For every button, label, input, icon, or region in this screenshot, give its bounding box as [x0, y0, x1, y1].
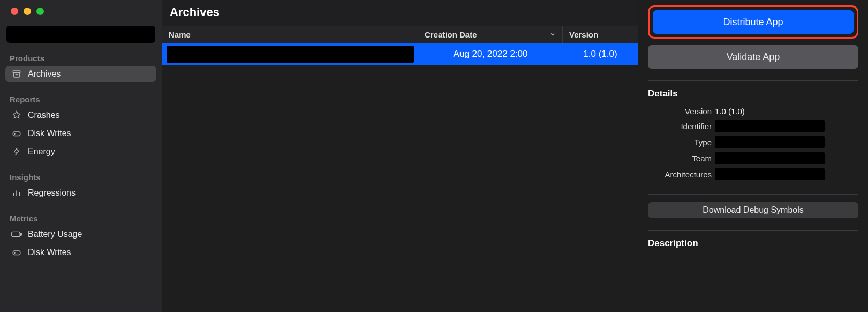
svg-rect-9: [12, 232, 20, 236]
svg-rect-10: [20, 233, 21, 236]
minimize-window-button[interactable]: [24, 8, 31, 15]
sidebar-item-label: Disk Writes: [28, 248, 71, 257]
sidebar-item-label: Battery Usage: [28, 229, 82, 239]
cell-name: [162, 43, 418, 65]
detail-team: Team: [648, 152, 858, 164]
sidebar-section-insights: Insights: [0, 169, 162, 184]
crash-icon: [11, 110, 22, 120]
sidebar-item-regressions[interactable]: Regressions: [5, 185, 156, 201]
detail-value: [715, 136, 825, 148]
detail-type: Type: [648, 136, 858, 148]
zoom-window-button[interactable]: [36, 8, 44, 15]
details-heading: Details: [648, 88, 858, 99]
svg-rect-1: [14, 73, 20, 77]
window-traffic-lights: [0, 0, 44, 23]
sidebar-app-selector[interactable]: [6, 26, 155, 43]
detail-label: Type: [648, 138, 715, 147]
energy-icon: [11, 147, 22, 157]
sidebar-item-crashes[interactable]: Crashes: [5, 107, 156, 123]
cell-version: 1.0 (1.0): [563, 44, 638, 64]
disk-icon: [11, 248, 22, 257]
cell-date: Aug 20, 2022 2:00: [418, 44, 563, 64]
sidebar-item-disk-writes-metric[interactable]: Disk Writes: [5, 244, 156, 261]
sidebar-section-metrics: Metrics: [0, 211, 162, 225]
divider: [648, 230, 858, 231]
sidebar-item-energy[interactable]: Energy: [5, 144, 156, 160]
detail-identifier: Identifier: [648, 120, 858, 132]
sidebar-item-battery-usage[interactable]: Battery Usage: [5, 226, 156, 242]
detail-label: Architectures: [648, 170, 715, 179]
detail-label: Team: [648, 154, 715, 163]
detail-architectures: Architectures: [648, 168, 858, 180]
detail-label: Identifier: [648, 122, 715, 131]
download-debug-symbols-button[interactable]: Download Debug Symbols: [648, 202, 858, 218]
close-window-button[interactable]: [11, 8, 18, 15]
sidebar-item-disk-writes[interactable]: Disk Writes: [5, 125, 156, 142]
sidebar-item-label: Disk Writes: [28, 129, 71, 138]
description-heading: Description: [648, 238, 858, 249]
table-row[interactable]: Aug 20, 2022 2:00 1.0 (1.0): [162, 43, 638, 65]
divider: [648, 194, 858, 195]
detail-value: [715, 152, 825, 164]
column-header-name[interactable]: Name: [162, 26, 418, 43]
validate-app-button[interactable]: Validate App: [648, 45, 858, 69]
svg-point-5: [14, 133, 16, 135]
sidebar-section-products: Products: [0, 50, 162, 65]
sidebar-item-label: Regressions: [28, 188, 76, 198]
archives-panel: Archives Name Creation Date Version Aug …: [162, 0, 638, 312]
distribute-highlight: Distribute App: [648, 5, 858, 39]
divider: [648, 80, 858, 81]
bars-icon: [11, 188, 22, 198]
inspector-panel: Distribute App Validate App Details Vers…: [638, 0, 868, 312]
sidebar-section-reports: Reports: [0, 92, 162, 106]
chevron-down-icon: [549, 30, 556, 39]
svg-point-12: [14, 252, 16, 254]
detail-version: Version 1.0 (1.0): [648, 107, 858, 116]
sidebar-item-archives[interactable]: Archives: [5, 66, 156, 82]
detail-label: Version: [648, 107, 715, 116]
column-header-version[interactable]: Version: [563, 26, 638, 43]
table-header: Name Creation Date Version: [162, 26, 638, 43]
column-header-label: Creation Date: [425, 30, 477, 39]
detail-value: 1.0 (1.0): [715, 107, 745, 116]
page-title: Archives: [162, 0, 638, 26]
detail-value: [715, 168, 825, 180]
table-body: Aug 20, 2022 2:00 1.0 (1.0): [162, 43, 638, 312]
svg-marker-3: [13, 112, 20, 118]
sidebar-item-label: Crashes: [28, 110, 60, 120]
archive-icon: [11, 69, 22, 79]
column-header-creation-date[interactable]: Creation Date: [418, 26, 563, 43]
disk-icon: [11, 129, 22, 138]
distribute-app-button[interactable]: Distribute App: [653, 10, 854, 34]
detail-value: [715, 120, 825, 132]
sidebar: Products Archives Reports Crashes Disk W…: [0, 0, 162, 312]
sidebar-item-label: Archives: [28, 69, 61, 79]
sidebar-item-label: Energy: [28, 147, 55, 157]
battery-icon: [11, 231, 22, 238]
